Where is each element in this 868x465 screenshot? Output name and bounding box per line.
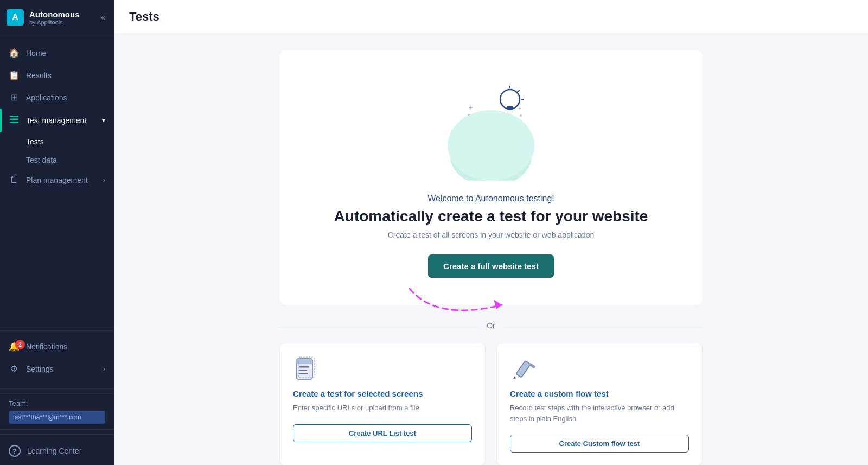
main-content: Tests (114, 0, 868, 465)
url-list-icon (293, 356, 319, 383)
plan-management-chevron-icon: › (103, 176, 105, 184)
logo-title: Autonomous (29, 10, 79, 19)
svg-rect-27 (516, 360, 531, 377)
arrow-svg (404, 283, 524, 321)
learning-center-icon: ? (9, 445, 21, 457)
logo-subtitle: by Applitools (29, 19, 79, 26)
page-title: Tests (129, 10, 853, 24)
svg-marker-20 (494, 300, 502, 309)
svg-text:+: + (518, 105, 521, 111)
svg-rect-2 (10, 122, 18, 123)
illustration-bg (448, 110, 534, 181)
or-text: Or (487, 321, 495, 330)
sidebar: A Autonomous by Applitools « 🏠 Home 📋 Re… (0, 0, 114, 465)
svg-rect-1 (10, 119, 18, 120)
sidebar-item-notifications-label: Notifications (26, 342, 67, 351)
welcome-description: Create a test of all screens in your web… (296, 231, 686, 239)
sidebar-sub-item-test-data-label: Test data (26, 156, 57, 164)
create-url-list-test-button[interactable]: Create URL List test (293, 424, 472, 442)
welcome-title: Automatically create a test for your web… (296, 208, 686, 225)
sidebar-item-results[interactable]: 📋 Results (0, 64, 114, 86)
custom-flow-svg (510, 356, 536, 383)
welcome-subtitle: Welcome to Autonomous testing! (296, 194, 686, 203)
settings-chevron-icon: › (103, 365, 105, 373)
results-icon: 📋 (9, 70, 20, 80)
team-section: Team: last***tha***@m***.com (0, 393, 114, 430)
home-icon: 🏠 (9, 48, 20, 58)
or-line-right (504, 326, 703, 326)
gear-icon: ⚙ (9, 364, 20, 374)
sidebar-header: A Autonomous by Applitools « (0, 0, 114, 35)
sidebar-item-applications-label: Applications (26, 93, 67, 102)
sidebar-item-home-label: Home (26, 49, 46, 58)
custom-flow-title: Create a custom flow test (510, 389, 689, 398)
sidebar-sub-item-tests[interactable]: Tests (0, 132, 114, 151)
page-header: Tests (114, 0, 868, 34)
sidebar-nav: 🏠 Home 📋 Results ⊞ Applications Test man… (0, 35, 114, 321)
url-list-description: Enter specific URLs or upload from a fil… (293, 403, 472, 413)
sidebar-item-learning-center[interactable]: ? Learning Center (0, 439, 114, 463)
custom-flow-card: Create a custom flow test Record test st… (496, 343, 703, 465)
team-email: last***tha***@m***.com (9, 411, 105, 424)
sidebar-item-notifications[interactable]: 🔔 2 Notifications (0, 335, 114, 358)
svg-rect-24 (299, 370, 307, 371)
logo-icon: A (7, 9, 24, 26)
svg-rect-0 (10, 116, 18, 117)
sidebar-sub-item-tests-label: Tests (26, 137, 44, 146)
or-divider: Or (279, 321, 703, 330)
sidebar-logo: A Autonomous by Applitools (7, 9, 79, 26)
url-list-card: Create a test for selected screens Enter… (279, 343, 486, 465)
sidebar-divider-3 (0, 434, 114, 435)
create-custom-flow-test-button[interactable]: Create Custom flow test (510, 435, 689, 453)
team-label: Team: (9, 399, 105, 407)
notification-badge: 2 (15, 340, 25, 349)
url-list-svg (293, 356, 319, 383)
sidebar-item-settings[interactable]: ⚙ Settings › (0, 358, 114, 380)
arrow-container (404, 283, 513, 316)
sidebar-divider-2 (0, 388, 114, 389)
test-management-chevron-icon: ▾ (102, 117, 105, 124)
svg-marker-28 (513, 376, 516, 379)
svg-point-17 (520, 114, 522, 117)
sidebar-item-plan-management[interactable]: 🗒 Plan management › (0, 169, 114, 191)
svg-text:+: + (468, 103, 473, 112)
test-management-icon (9, 114, 20, 126)
custom-flow-icon (510, 356, 536, 383)
sidebar-item-plan-management-label: Plan management (26, 176, 88, 184)
sidebar-item-learning-center-label: Learning Center (27, 447, 81, 455)
svg-line-7 (517, 90, 520, 92)
sidebar-divider-1 (0, 326, 114, 326)
or-line-left (279, 326, 478, 326)
custom-flow-description: Record test steps with the interactive b… (510, 403, 689, 424)
sidebar-item-test-management-label: Test management (26, 116, 86, 125)
svg-rect-23 (299, 366, 309, 368)
sidebar-sub-item-test-data[interactable]: Test data (0, 151, 114, 169)
sidebar-bottom: 🔔 2 Notifications ⚙ Settings › (0, 330, 114, 384)
sidebar-item-results-label: Results (26, 71, 52, 80)
illustration: + + (437, 72, 545, 181)
option-cards: Create a test for selected screens Enter… (279, 343, 703, 465)
welcome-card: + + Welcome to Autonomous testing! Autom… (279, 50, 703, 305)
sidebar-item-applications[interactable]: ⊞ Applications (0, 86, 114, 109)
sidebar-item-home[interactable]: 🏠 Home (0, 42, 114, 64)
sidebar-item-settings-label: Settings (26, 365, 54, 373)
plan-management-icon: 🗒 (9, 175, 20, 185)
sidebar-item-test-management[interactable]: Test management ▾ (0, 109, 114, 132)
create-full-website-test-button[interactable]: Create a full website test (428, 254, 554, 278)
collapse-button[interactable]: « (99, 11, 107, 24)
page-body: + + Welcome to Autonomous testing! Autom… (114, 34, 868, 465)
applications-icon: ⊞ (9, 92, 20, 103)
active-indicator (0, 109, 2, 132)
svg-rect-5 (507, 106, 513, 110)
svg-rect-25 (299, 373, 308, 374)
url-list-title: Create a test for selected screens (293, 389, 472, 398)
